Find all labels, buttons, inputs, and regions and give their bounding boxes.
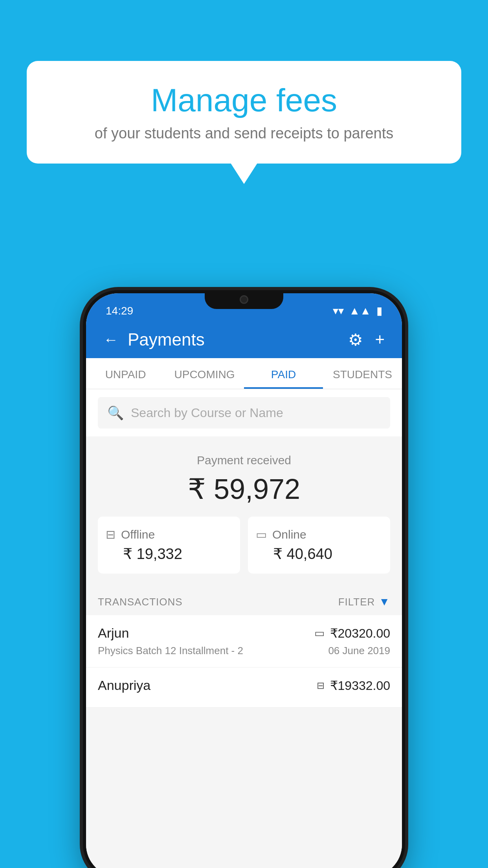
add-button[interactable]: + [375, 330, 385, 349]
transaction-course: Physics Batch 12 Installment - 2 [98, 645, 243, 657]
card-payment-icon: ▭ [314, 627, 325, 640]
back-button[interactable]: ← [103, 331, 118, 348]
bubble-subtitle: of your students and send receipts to pa… [50, 125, 438, 142]
online-card-header: ▭ Online [256, 528, 306, 541]
online-amount: ₹ 40,640 [256, 545, 332, 563]
phone-notch [205, 290, 283, 309]
payment-cards: ⊟ Offline ₹ 19,332 ▭ Online ₹ 40,640 [98, 517, 390, 574]
app-header: ← Payments ⚙ + [86, 321, 402, 358]
online-label: Online [272, 528, 306, 541]
transaction-row1: Anupriya ⊟ ₹19332.00 [98, 678, 390, 693]
transactions-label: TRANSACTIONS [98, 596, 183, 608]
signal-icon: ▲▲ [349, 305, 371, 317]
page-title: Payments [128, 330, 205, 349]
payment-received-label: Payment received [98, 454, 390, 467]
offline-card-header: ⊟ Offline [106, 528, 155, 541]
offline-icon: ⊟ [106, 528, 116, 541]
transaction-row2: Physics Batch 12 Installment - 2 06 June… [98, 645, 390, 657]
search-bar[interactable]: 🔍 Search by Course or Name [98, 397, 390, 428]
scroll-content: 🔍 Search by Course or Name Payment recei… [86, 389, 402, 868]
search-input-placeholder[interactable]: Search by Course or Name [131, 406, 283, 420]
tab-bar: UNPAID UPCOMING PAID STUDENTS [86, 358, 402, 389]
transaction-name: Arjun [98, 625, 129, 641]
bubble-title: Manage fees [50, 83, 438, 118]
search-icon: 🔍 [107, 405, 124, 421]
settings-button[interactable]: ⚙ [348, 330, 363, 349]
tab-unpaid[interactable]: UNPAID [86, 358, 165, 389]
payment-summary: Payment received ₹ 59,972 ⊟ Offline ₹ 19… [86, 440, 402, 585]
tab-paid[interactable]: PAID [244, 358, 323, 389]
tab-students[interactable]: STUDENTS [323, 358, 402, 389]
filter-button[interactable]: FILTER ▼ [338, 596, 390, 608]
online-icon: ▭ [256, 528, 267, 541]
transaction-amount-wrap: ⊟ ₹19332.00 [317, 678, 390, 693]
wifi-icon: ▾▾ [333, 304, 344, 317]
transaction-list: Arjun ▭ ₹20320.00 Physics Batch 12 Insta… [86, 615, 402, 708]
offline-card: ⊟ Offline ₹ 19,332 [98, 517, 240, 574]
tab-upcoming[interactable]: UPCOMING [165, 358, 244, 389]
battery-icon: ▮ [376, 304, 382, 317]
transaction-amount: ₹19332.00 [330, 678, 390, 693]
table-row[interactable]: Arjun ▭ ₹20320.00 Physics Batch 12 Insta… [86, 615, 402, 668]
transaction-name: Anupriya [98, 678, 150, 693]
transaction-date: 06 June 2019 [328, 645, 390, 657]
online-card: ▭ Online ₹ 40,640 [248, 517, 390, 574]
table-row[interactable]: Anupriya ⊟ ₹19332.00 [86, 668, 402, 708]
cash-payment-icon: ⊟ [317, 680, 325, 691]
filter-label: FILTER [338, 596, 375, 608]
phone-screen: 14:29 ▾▾ ▲▲ ▮ ← Payments ⚙ + UNPAID [86, 293, 402, 868]
front-camera [240, 295, 248, 304]
transaction-amount-wrap: ▭ ₹20320.00 [314, 626, 390, 641]
status-time: 14:29 [106, 305, 133, 317]
header-right: ⚙ + [348, 330, 385, 349]
speech-bubble: Manage fees of your students and send re… [27, 61, 461, 164]
transaction-amount: ₹20320.00 [330, 626, 390, 641]
transaction-row1: Arjun ▭ ₹20320.00 [98, 625, 390, 641]
phone-frame: 14:29 ▾▾ ▲▲ ▮ ← Payments ⚙ + UNPAID [83, 290, 405, 868]
offline-amount: ₹ 19,332 [106, 545, 182, 563]
payment-total-amount: ₹ 59,972 [98, 473, 390, 506]
search-container: 🔍 Search by Course or Name [86, 389, 402, 436]
header-left: ← Payments [103, 330, 205, 349]
transactions-header: TRANSACTIONS FILTER ▼ [86, 585, 402, 615]
filter-icon: ▼ [379, 596, 390, 608]
offline-label: Offline [121, 528, 155, 541]
status-icons: ▾▾ ▲▲ ▮ [333, 304, 382, 317]
